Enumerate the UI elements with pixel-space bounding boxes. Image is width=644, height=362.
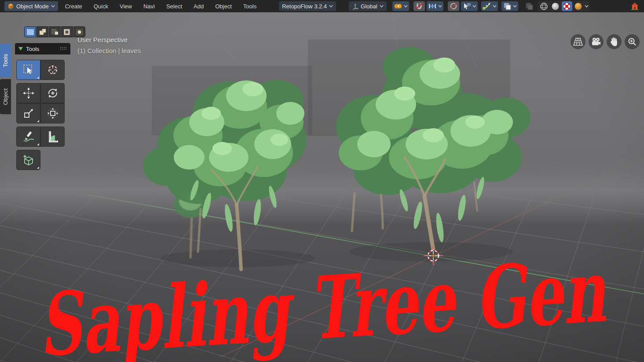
add-cube-icon (22, 153, 35, 167)
cube-icon (7, 3, 14, 10)
menu-select[interactable]: Select (161, 3, 188, 10)
magnet-icon (415, 2, 423, 10)
shading-rendered-button[interactable] (573, 1, 584, 11)
gizmo-icon (483, 2, 491, 10)
select-mode-row (24, 26, 85, 37)
home-button[interactable] (629, 1, 640, 11)
viewport-header: Object Mode Create Quick View Navi Selec… (0, 0, 644, 12)
cursor-tool-icon (47, 64, 59, 76)
3d-viewport[interactable]: Sapling Tree Gen (0, 12, 644, 362)
tool-options-corner (37, 120, 39, 122)
axes-icon (352, 3, 359, 10)
tool-select-box-button[interactable] (16, 60, 40, 80)
select-mode-invert-button[interactable] (61, 26, 73, 37)
selectability-dropdown[interactable] (461, 1, 478, 11)
camera-view-button[interactable] (589, 34, 604, 49)
hand-icon (610, 37, 618, 47)
pivot-point-dropdown[interactable] (392, 1, 409, 11)
tool-annotate-button[interactable] (16, 127, 40, 147)
select-new-icon (26, 29, 34, 36)
proportional-icon (450, 2, 457, 10)
scale-icon (22, 107, 35, 119)
panel-expand-triangle-icon (18, 47, 23, 51)
chevron-down-icon (380, 5, 384, 7)
overlays-icon (503, 2, 512, 10)
pan-hand-button[interactable] (607, 34, 622, 49)
wireframe-sphere-icon (540, 2, 548, 11)
tool-move-button[interactable] (16, 83, 40, 103)
select-box-icon (23, 64, 34, 76)
viewport-scene: Sapling Tree Gen (0, 12, 644, 362)
orthographic-grid-button[interactable] (571, 34, 585, 49)
panel-grip-icon[interactable] (60, 47, 67, 51)
blender-window: Object Mode Create Quick View Navi Selec… (0, 0, 644, 362)
show-overlays-dropdown[interactable] (501, 1, 518, 11)
nav-gizmo-bar (571, 34, 640, 49)
orientation-label: Global (361, 3, 377, 10)
sidebar-tab-tools[interactable]: Tools (0, 44, 11, 77)
perspective-label: User Perspective (77, 34, 141, 45)
tools-panel-title: Tools (26, 46, 39, 52)
orthographic-grid-icon (573, 38, 583, 46)
tool-options-corner (37, 143, 39, 145)
zoom-button[interactable] (625, 34, 640, 49)
tool-measure-button[interactable] (40, 127, 65, 147)
transform-icon (47, 107, 59, 119)
proportional-editing-toggle[interactable] (448, 1, 459, 11)
menu-tools[interactable]: Tools (238, 3, 262, 10)
select-invert-icon (63, 29, 71, 36)
rotate-icon (47, 87, 59, 99)
select-mode-intersect-button[interactable] (73, 26, 85, 37)
select-mode-subtract-button[interactable] (49, 26, 61, 37)
snap-target-dropdown[interactable] (427, 1, 443, 11)
shading-solid-button[interactable] (550, 1, 561, 11)
tool-rotate-button[interactable] (40, 83, 65, 103)
tool-add-cube-button[interactable] (16, 150, 40, 170)
select-mode-new-button[interactable] (24, 26, 36, 37)
xray-toggle[interactable] (523, 1, 535, 11)
chevron-down-icon (404, 5, 408, 7)
chevron-down-icon (51, 5, 55, 7)
material-sphere-icon (563, 2, 571, 11)
shading-material-button[interactable] (562, 1, 572, 11)
tool-transform-button[interactable] (40, 103, 65, 123)
tool-scale-button[interactable] (16, 103, 40, 123)
object-mode-dropdown[interactable]: Object Mode (4, 1, 58, 11)
retopoflow-dropdown[interactable]: RetopoFlow 3.2.4 (279, 1, 336, 11)
menu-navi[interactable]: Navi (138, 3, 161, 10)
chevron-down-icon (329, 5, 333, 7)
sidebar-tab-object[interactable]: Object (0, 79, 11, 114)
transform-orientation-dropdown[interactable]: Global (349, 1, 387, 11)
menu-object[interactable]: Object (209, 3, 238, 10)
toolbar (16, 60, 65, 170)
object-mode-label: Object Mode (16, 3, 49, 10)
select-mode-extend-button[interactable] (37, 26, 48, 37)
zoom-icon (628, 37, 637, 46)
select-subtract-icon (51, 29, 59, 36)
solid-sphere-icon (551, 2, 560, 11)
retopoflow-label: RetopoFlow 3.2.4 (282, 3, 327, 10)
snap-increment-icon (428, 3, 437, 9)
tools-panel-header[interactable]: Tools (15, 43, 70, 54)
chevron-down-icon (493, 5, 497, 7)
tool-cursor-button[interactable] (40, 60, 65, 80)
tool-options-corner (37, 167, 39, 169)
menu-create[interactable]: Create (59, 3, 88, 10)
move-icon (22, 87, 35, 99)
house-icon (630, 2, 639, 11)
tab-tools-label: Tools (2, 54, 9, 67)
menu-quick[interactable]: Quick (88, 3, 114, 10)
cursor-eye-icon (462, 3, 471, 10)
select-extend-icon (39, 29, 47, 36)
shading-wireframe-button[interactable] (539, 1, 549, 11)
menu-add[interactable]: Add (188, 3, 209, 10)
tab-object-label: Object (2, 88, 9, 105)
collection-label: (1) Collection | leaves (77, 45, 141, 56)
chevron-down-icon (438, 5, 442, 7)
chevron-down-icon (585, 5, 589, 7)
chevron-down-icon (472, 5, 476, 7)
camera-icon (591, 37, 601, 46)
snap-toggle[interactable] (413, 1, 425, 11)
menu-view[interactable]: View (114, 3, 138, 10)
show-gizmo-dropdown[interactable] (481, 1, 498, 11)
